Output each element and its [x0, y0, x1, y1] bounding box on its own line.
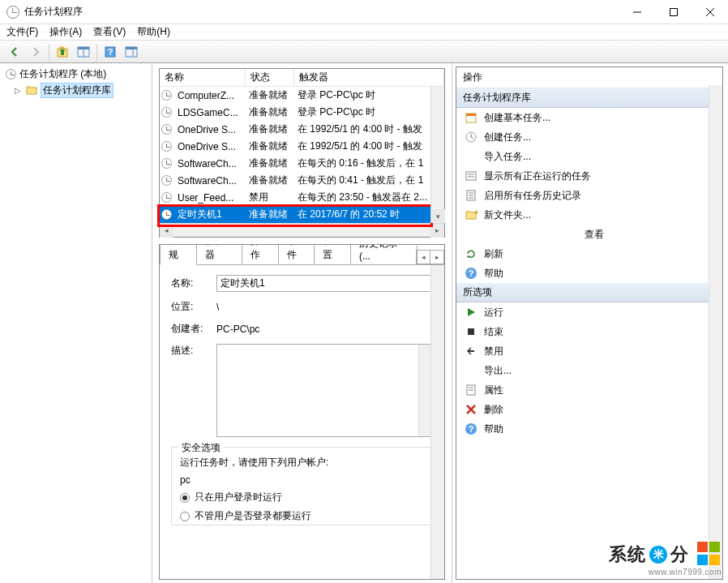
tab-history[interactable]: 历史记录(... [350, 244, 418, 264]
action-item[interactable]: 创建任务... [456, 127, 722, 147]
task-row[interactable]: LDSGameC... 准备就绪 登录 PC-PC\pc 时 [160, 104, 444, 121]
toolbar: ? [0, 41, 728, 63]
maximize-button[interactable] [655, 0, 692, 24]
svg-rect-6 [78, 47, 89, 49]
tab-actions[interactable]: 操作 [242, 244, 279, 264]
action-label: 创建基本任务... [484, 111, 550, 125]
task-row[interactable]: SoftwareCh... 准备就绪 在每天的 0:16 - 触发后，在 1 [160, 155, 444, 172]
col-status[interactable]: 状态 [246, 69, 294, 86]
task-row[interactable]: ComputerZ... 准备就绪 登录 PC-PC\pc 时 [160, 87, 444, 104]
expand-icon[interactable]: ▷ [15, 86, 23, 95]
action-item[interactable]: 刷新 [456, 244, 722, 264]
tree-library[interactable]: ▷ 任务计划程序库 [3, 83, 148, 97]
input-description[interactable] [216, 344, 433, 437]
menu-help[interactable]: 帮助(H) [137, 25, 170, 39]
actions-group-library[interactable]: 任务计划程序库▴ [456, 88, 722, 108]
menu-action[interactable]: 操作(A) [49, 25, 82, 39]
cell-trigger: 在每天的 23:50 - 触发器在 2... [293, 191, 444, 204]
action-item[interactable]: 启用所有任务历史记录 [456, 186, 722, 205]
cell-status: 准备就绪 [244, 139, 293, 153]
action-label: 删除 [484, 403, 503, 417]
radio-icon [180, 493, 190, 503]
col-name[interactable]: 名称 [160, 69, 246, 86]
actions-group-selected[interactable]: 所选项▴ [456, 283, 722, 302]
cell-status: 准备就绪 [244, 122, 293, 136]
action-icon [465, 364, 477, 377]
action-icon [465, 384, 477, 397]
radio-any-user[interactable]: 不管用户是否登录都要运行 [180, 509, 424, 523]
action-item[interactable]: ?帮助 [456, 264, 722, 283]
col-triggers[interactable]: 触发器 [294, 69, 444, 86]
action-item[interactable]: 结束 [456, 322, 722, 341]
svg-text:?: ? [469, 268, 474, 278]
clock-icon [5, 68, 16, 79]
action-label: 属性 [484, 384, 503, 397]
action-label: 帮助 [484, 267, 503, 281]
action-icon [465, 111, 477, 124]
action-item[interactable]: 查看▸ [456, 225, 722, 244]
task-row[interactable]: SoftwareCh... 准备就绪 在每天的 0:41 - 触发后，在 1 [160, 172, 444, 189]
action-item[interactable]: 删除 [456, 400, 722, 419]
action-item[interactable]: 属性 [456, 380, 722, 400]
cell-status: 准备就绪 [244, 88, 293, 102]
back-button[interactable] [5, 43, 24, 61]
svg-text:?: ? [469, 424, 474, 434]
task-row[interactable]: OneDrive S... 准备就绪 在 1992/5/1 的 4:00 时 -… [160, 138, 444, 155]
action-item[interactable]: ?帮助 [456, 419, 722, 439]
action-label: 显示所有正在运行的任务 [484, 169, 591, 183]
tab-scroll-right[interactable]: ▸ [430, 250, 444, 264]
task-row[interactable]: 定时关机1 准备就绪 在 2017/6/7 的 20:52 时 [160, 206, 444, 223]
svg-rect-23 [468, 328, 474, 335]
clock-icon [160, 90, 173, 101]
input-name[interactable]: 定时关机1 [216, 275, 433, 292]
help-button[interactable]: ? [101, 43, 120, 61]
action-pane-button[interactable] [122, 43, 141, 61]
tab-conditions[interactable]: 条件 [278, 244, 315, 264]
details-tabs: 常规 触发器 操作 条件 设置 历史记录(... ◂ ▸ [160, 245, 444, 264]
tab-triggers[interactable]: 触发器 [196, 244, 242, 264]
action-item[interactable]: 导出... [456, 361, 722, 380]
task-list-hscroll[interactable]: ◂▸ [160, 223, 444, 237]
app-icon [6, 6, 19, 19]
action-label: 新文件夹... [484, 208, 531, 222]
tab-settings[interactable]: 设置 [314, 244, 351, 264]
tree-library-label: 任务计划程序库 [41, 83, 113, 98]
action-label: 结束 [484, 325, 503, 339]
action-item[interactable]: ✦新文件夹... [456, 205, 722, 225]
action-item[interactable]: 禁用 [456, 341, 722, 361]
task-list-vscroll[interactable]: ▾ [430, 87, 444, 223]
task-row[interactable]: User_Feed... 禁用 在每天的 23:50 - 触发器在 2... [160, 189, 444, 206]
cell-status: 准备就绪 [244, 174, 293, 187]
svg-text:?: ? [108, 47, 113, 57]
details-vscroll[interactable] [430, 265, 444, 579]
actions-vscroll[interactable] [709, 85, 722, 579]
action-icon [465, 345, 477, 358]
close-button[interactable] [692, 0, 728, 24]
action-item[interactable]: 创建基本任务... [456, 108, 722, 127]
clock-icon [160, 209, 173, 220]
clock-icon [160, 107, 173, 118]
cell-status: 准备就绪 [244, 208, 293, 221]
svg-rect-1 [670, 8, 677, 15]
tab-scroll-left[interactable]: ◂ [416, 250, 430, 264]
cell-name: ComputerZ... [173, 90, 244, 101]
task-row[interactable]: OneDrive S... 准备就绪 在 1992/5/1 的 4:00 时 -… [160, 121, 444, 138]
up-button[interactable] [53, 43, 72, 61]
tree-root[interactable]: 任务计划程序 (本地) [3, 66, 148, 81]
radio-logged-on[interactable]: 只在用户登录时运行 [180, 491, 424, 504]
toggle-pane-button[interactable] [74, 43, 93, 61]
forward-button[interactable] [26, 43, 45, 61]
titlebar: 任务计划程序 [0, 0, 728, 24]
tab-general[interactable]: 常规 [160, 244, 197, 265]
action-item[interactable]: 运行 [456, 302, 722, 322]
action-item[interactable]: 导入任务... [456, 147, 722, 166]
action-item[interactable]: 显示所有正在运行的任务 [456, 166, 722, 186]
minimize-button[interactable] [619, 0, 655, 24]
action-icon [465, 131, 477, 144]
cell-name: User_Feed... [173, 192, 244, 204]
menu-view[interactable]: 查看(V) [93, 25, 126, 39]
value-author: PC-PC\pc [216, 324, 259, 335]
cell-name: SoftwareCh... [173, 158, 244, 169]
menu-file[interactable]: 文件(F) [6, 25, 38, 39]
action-icon: ✦ [465, 208, 477, 221]
